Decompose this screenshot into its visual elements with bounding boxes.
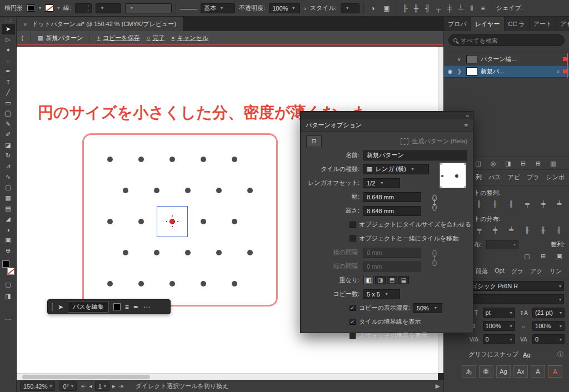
artboard-number-dropdown[interactable]: 1: [95, 381, 109, 391]
panel-tab[interactable]: アセッ: [556, 17, 569, 31]
ellipse[interactable]: ◯: [2, 108, 15, 119]
width[interactable]: ∿: [2, 172, 15, 182]
selected-dot-object[interactable]: [169, 219, 175, 224]
line-style-dropdown[interactable]: 基本: [201, 3, 235, 13]
scrollbar-thumb[interactable]: [22, 375, 150, 379]
panel-tab[interactable]: リン: [547, 266, 565, 277]
dim-copies-dropdown[interactable]: 50%: [413, 303, 442, 313]
transform-icon[interactable]: ▣: [382, 4, 392, 13]
distribute-right-icon[interactable]: ╢: [554, 225, 565, 234]
fill-stroke-widget[interactable]: [2, 260, 15, 275]
gradient[interactable]: ▤: [2, 203, 15, 214]
eraser[interactable]: ◪: [2, 140, 15, 150]
selection[interactable]: ➤: [2, 24, 15, 34]
align-to-key-object-icon[interactable]: ⊞: [538, 252, 548, 260]
tate-chu-yoko-button[interactable]: あ: [462, 365, 476, 378]
panel-tab[interactable]: Opt: [492, 266, 507, 277]
selection-handle[interactable]: [171, 215, 173, 217]
anchor-point-icon[interactable]: ✒: [133, 303, 139, 311]
stroke-options-icon[interactable]: ≡: [125, 303, 129, 311]
pattern-name-input[interactable]: 新規パターン: [363, 150, 467, 160]
height-input[interactable]: 8.648 mm: [363, 206, 421, 216]
panel-tab[interactable]: 段落: [473, 266, 491, 277]
first-artboard-icon[interactable]: ⇤: [81, 383, 86, 390]
panel-tab[interactable]: アク: [527, 266, 546, 277]
locate-icon[interactable]: ◎: [488, 159, 498, 168]
fill-caret-icon[interactable]: ▾: [39, 6, 41, 11]
zoom[interactable]: ⊕: [2, 245, 15, 256]
leading-dropdown[interactable]: (21 pt): [532, 308, 565, 318]
save-copy-button[interactable]: + コピーを保存: [97, 34, 139, 42]
generate-pattern-button[interactable]: 生成パターン (Beta): [401, 137, 467, 145]
align-right-icon[interactable]: ╢: [506, 199, 517, 208]
layer-row-pattern-edit[interactable]: ∨ パターン編...: [444, 53, 569, 66]
align-to-selection-icon[interactable]: ▢: [522, 252, 532, 260]
edit-toolbar-icon[interactable]: ⋯: [5, 316, 11, 323]
line-segment[interactable]: ╱: [2, 87, 15, 98]
copies-dropdown[interactable]: 5 x 5: [363, 289, 400, 299]
panel-tab[interactable]: ブラ: [524, 172, 542, 183]
cancel-button[interactable]: × キャンセル: [171, 34, 208, 42]
panel-tab[interactable]: グラ: [508, 266, 527, 277]
direct-selection[interactable]: ▷: [2, 34, 15, 45]
horizontal-scrollbar[interactable]: [17, 373, 438, 380]
expand-icon[interactable]: ❯: [457, 69, 463, 74]
spacing-value-dropdown[interactable]: [486, 240, 518, 249]
more-options-icon[interactable]: ⋯: [143, 303, 150, 311]
rotate[interactable]: ↻: [2, 150, 15, 161]
horizontal-scale-dropdown[interactable]: 100%: [532, 321, 565, 331]
distribute-bottom-icon[interactable]: ╧: [506, 225, 517, 234]
stroke-weight-dropdown[interactable]: [96, 3, 121, 13]
fill-color-swatch[interactable]: [27, 4, 35, 12]
drag-handle[interactable]: [52, 303, 53, 311]
selection-handle[interactable]: [166, 220, 168, 223]
distribute-h-icon[interactable]: ⦀: [467, 4, 477, 13]
new-layer-icon[interactable]: ⊞: [533, 159, 543, 168]
selection-handle[interactable]: [177, 220, 179, 223]
mask-icon[interactable]: ◨: [503, 159, 513, 168]
stroke-weight-stepper[interactable]: ⌃⌄: [75, 3, 92, 13]
lasso[interactable]: ◌: [2, 56, 15, 66]
pencil[interactable]: ✐: [2, 129, 15, 140]
warichu-button[interactable]: 亜: [479, 365, 493, 378]
done-button[interactable]: ○ 完了: [147, 34, 165, 42]
document-tab[interactable]: × ドットパターン.ai* @ 150.42 % (CMYK/プレビュー): [17, 17, 183, 31]
distribute-top-icon[interactable]: ╤: [474, 225, 485, 234]
distribute-left-icon[interactable]: ╟: [522, 225, 532, 234]
distribute-v-center-icon[interactable]: ╪: [490, 225, 501, 234]
panel-tab[interactable]: アート: [530, 17, 557, 31]
distribute-v-icon[interactable]: ≡: [478, 4, 488, 13]
align-right-icon[interactable]: ╢: [422, 4, 432, 13]
panel-grip[interactable]: [5, 19, 12, 22]
distribute-h-center-icon[interactable]: ╫: [538, 225, 548, 234]
close-tab-icon[interactable]: ×: [23, 21, 27, 28]
selection-handle[interactable]: [171, 225, 173, 228]
info-icon[interactable]: ⓘ: [557, 350, 563, 359]
link-dimensions-icon[interactable]: [432, 194, 437, 211]
expand-icon[interactable]: ∨: [457, 57, 463, 62]
stroke-swatch[interactable]: [7, 268, 14, 275]
panel-tab[interactable]: アピ: [505, 172, 523, 183]
link-spacing-icon[interactable]: [432, 250, 437, 267]
brush-definition-dropdown[interactable]: [125, 3, 172, 13]
collect-icon[interactable]: ◫: [473, 159, 483, 168]
dim-copies-checkbox[interactable]: [350, 305, 356, 311]
font-family-dropdown[interactable]: ゴシック Pr6N R: [468, 281, 564, 291]
snap-x-height-button[interactable]: Ax: [513, 365, 528, 378]
free-transform[interactable]: ▢: [2, 182, 15, 193]
text[interactable]: T: [2, 77, 15, 87]
align-bottom-icon[interactable]: ╧: [554, 199, 565, 208]
panel-tab[interactable]: プロパ: [444, 17, 471, 31]
zoom-level-dropdown[interactable]: 150.42%: [20, 381, 55, 391]
edit-path-button[interactable]: パスを編集: [68, 301, 109, 313]
align-top-icon[interactable]: ╤: [433, 4, 443, 13]
snap-angular-guide-button[interactable]: A: [548, 365, 562, 378]
tile-type-dropdown[interactable]: ▦ レンガ (横): [363, 164, 429, 174]
search-box[interactable]: [448, 34, 565, 46]
panel-tab[interactable]: シンボ: [543, 172, 568, 183]
panel-tab[interactable]: レイヤー: [471, 17, 505, 31]
align-h-center-icon[interactable]: ╫: [490, 199, 501, 208]
magic-wand[interactable]: ✦: [2, 45, 15, 56]
snap-baseline-button[interactable]: Ag: [496, 365, 511, 378]
opacity-more-icon[interactable]: ›: [304, 5, 306, 12]
